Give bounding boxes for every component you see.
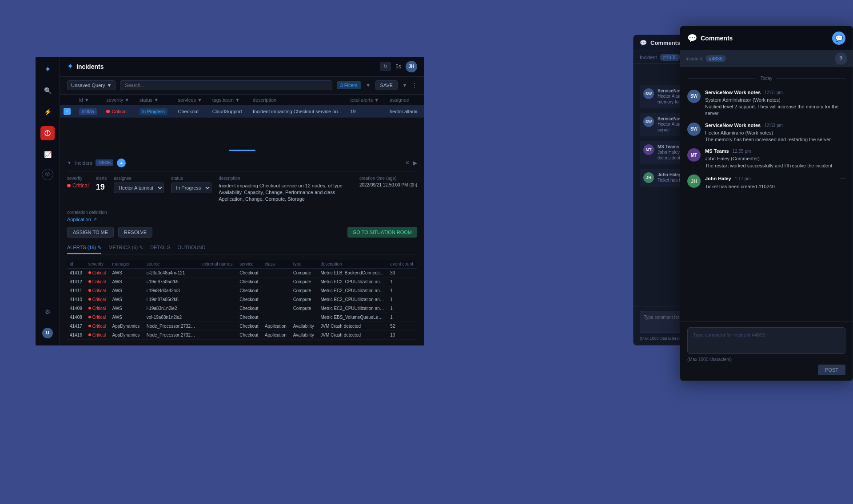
search-input[interactable] [120, 80, 332, 90]
alert-col-service[interactable]: service [237, 260, 262, 269]
alert-id: 41416 [67, 330, 86, 339]
description-value: Incident impacting Checkout service on 1… [219, 183, 352, 203]
alert-col-type[interactable]: type [291, 260, 318, 269]
col-severity[interactable]: severity ▼ [103, 95, 136, 106]
refresh-btn[interactable]: ↻ [380, 62, 391, 71]
sidebar-item-secondary[interactable]: ② [42, 169, 53, 180]
comments-action-btn[interactable]: 💬 [832, 32, 845, 45]
assignee-dropdown[interactable]: Hector Altamirai [114, 183, 164, 193]
assign-to-me-button[interactable]: ASSIGN TO ME [67, 227, 114, 238]
alert-col-class[interactable]: class [262, 260, 291, 269]
alert-row[interactable]: 41413 Critical AWS c-23a0d48a4m-121 Chec… [67, 268, 417, 277]
help-button[interactable]: ? [835, 52, 847, 65]
alert-type: Compute [291, 295, 318, 304]
alert-manager: AWS [110, 295, 144, 304]
sidebar-item-incidents[interactable] [40, 126, 55, 140]
alert-event-count: 1 [387, 313, 417, 321]
app-header: ✦ Incidents ↻ 5s JH [60, 57, 424, 77]
row-checkbox[interactable]: ✓ [64, 108, 71, 115]
comment-text-3: John Haley (Commenter)The restart worked… [705, 155, 845, 169]
post-button[interactable]: POST [818, 365, 845, 375]
comment-avatar-sw: SW [687, 90, 701, 103]
table-row[interactable]: ✓ #4835 Critical In Progress Checkout Cl… [60, 105, 424, 117]
alert-col-description[interactable]: description [318, 260, 387, 269]
tab-details[interactable]: DETAILS [150, 242, 170, 254]
tab-metrics[interactable]: METRICS (6) ✎ [108, 242, 143, 254]
comment-item-2: SW ServiceNow Work notes 12:53 pm Hector… [687, 123, 845, 143]
alert-external [199, 330, 237, 339]
alert-service: Checkout [237, 295, 262, 304]
alert-row[interactable]: 41417 Critical AppDynamics Node_Processo… [67, 321, 417, 330]
col-description[interactable]: description [249, 95, 347, 106]
status-dropdown[interactable]: In Progress [171, 183, 211, 193]
external-link-icon[interactable]: ↗ [93, 217, 97, 222]
status-cell: In Progress [140, 108, 167, 115]
close-icon[interactable]: ✕ [405, 160, 410, 166]
alert-row[interactable]: 41410 Critical AWS i-19m87a05r2k8 Checko… [67, 295, 417, 304]
alert-severity: Critical [86, 277, 110, 286]
sidebar: ✦ 🔍 ⚡ 📈 ② ⚙ U [36, 57, 60, 345]
app-title: Incidents [76, 63, 104, 70]
comment-item-3: MT MS Teams 12:55 pm John Haley (Comment… [687, 148, 845, 169]
save-button[interactable]: SAVE [375, 80, 398, 90]
alert-type: Availability [291, 330, 318, 339]
alerts-value: 19 [96, 183, 107, 192]
comments-body: Today SW ServiceNow Work notes 12:51 pm … [680, 67, 853, 321]
mini-incident-label: Incident [640, 55, 657, 60]
alert-row[interactable]: 41415 Critical AppDynamics Node_Processo… [67, 339, 417, 340]
mini-comments-title: Comments [650, 40, 680, 46]
alert-col-events[interactable]: event count [387, 260, 417, 269]
alert-col-id[interactable]: id [67, 260, 86, 269]
alert-col-external[interactable]: external names [199, 260, 237, 269]
alert-col-manager[interactable]: manager [110, 260, 144, 269]
sidebar-item-metrics[interactable]: 📈 [40, 147, 55, 162]
comment-content-3: MS Teams 12:55 pm John Haley (Commenter)… [705, 148, 845, 169]
alert-row[interactable]: 41416 Critical AppDynamics Node_Processo… [67, 330, 417, 339]
alert-severity: Critical [86, 295, 110, 304]
incident-tag-id: #4835 [706, 55, 726, 62]
col-total-alerts[interactable]: total alerts ▼ [347, 95, 386, 106]
comment-more-button[interactable]: ··· [840, 175, 845, 182]
alert-external [199, 339, 237, 340]
toolbar: Unsaved Query ▼ 3 Filters ▼ SAVE ▼ ⋮ [60, 77, 424, 95]
menu-icon[interactable]: ⋮ [412, 82, 417, 88]
alert-col-source[interactable]: source [144, 260, 200, 269]
alert-external [199, 321, 237, 330]
sidebar-item-user[interactable]: U [40, 326, 55, 340]
tab-outbound[interactable]: OUTBOUND [177, 242, 205, 254]
alert-row[interactable]: 41411 Critical AWS i-19a84d0a42m3 Checko… [67, 286, 417, 295]
collapse-icon[interactable]: ▼ [67, 160, 72, 165]
alert-col-severity[interactable]: severity [86, 260, 110, 269]
sidebar-logo[interactable]: ✦ [40, 62, 55, 76]
comment-author-2: ServiceNow Work notes [705, 123, 761, 128]
alert-class [262, 277, 291, 286]
sidebar-item-alerts[interactable]: ⚡ [40, 105, 55, 119]
alert-row[interactable]: 41412 Critical AWS i-19m87a05r2k5 Checko… [67, 277, 417, 286]
sidebar-item-settings[interactable]: ⚙ [40, 305, 55, 319]
alert-manager: AppDynamics [110, 330, 144, 339]
sidebar-item-search[interactable]: 🔍 [40, 83, 55, 98]
alert-id: 41409 [67, 304, 86, 313]
col-tags[interactable]: tags.team ▼ [209, 95, 249, 106]
query-selector[interactable]: Unsaved Query ▼ [67, 80, 116, 90]
alert-event-count: 1 [387, 277, 417, 286]
comment-avatar-sw2: SW [687, 123, 701, 136]
detail-incident-id[interactable]: #4835 [96, 159, 113, 166]
alert-description: Metric EC2_CPUUtilization anomalous valu… [318, 295, 387, 304]
situation-room-button[interactable]: GO TO SITUATION ROOM [347, 227, 417, 238]
alert-row[interactable]: 41409 Critical AWS i-19a83n1n2ie2 Checko… [67, 304, 417, 313]
user-avatar[interactable]: JH [406, 61, 417, 72]
col-id[interactable]: id ▼ [76, 95, 103, 106]
comment-input[interactable] [687, 327, 845, 354]
col-assignee[interactable]: assignee [386, 95, 424, 106]
alert-external [199, 277, 237, 286]
creation-time-value: 2022/09/21 12:50:00 PM (0h) [359, 183, 417, 187]
expand-icon[interactable]: ▶ [413, 160, 417, 166]
col-status[interactable]: status ▼ [136, 95, 175, 106]
comment-author-4: John Haley [705, 176, 731, 181]
col-services[interactable]: services ▼ [175, 95, 209, 106]
incident-id-badge[interactable]: #4835 [79, 108, 97, 115]
resolve-button[interactable]: RESOLVE [118, 227, 152, 238]
alert-row[interactable]: 41408 Critical AWS vol-19a83n1n2ie2 Chec… [67, 313, 417, 321]
tab-alerts[interactable]: ALERTS (19) ✎ [67, 242, 101, 254]
